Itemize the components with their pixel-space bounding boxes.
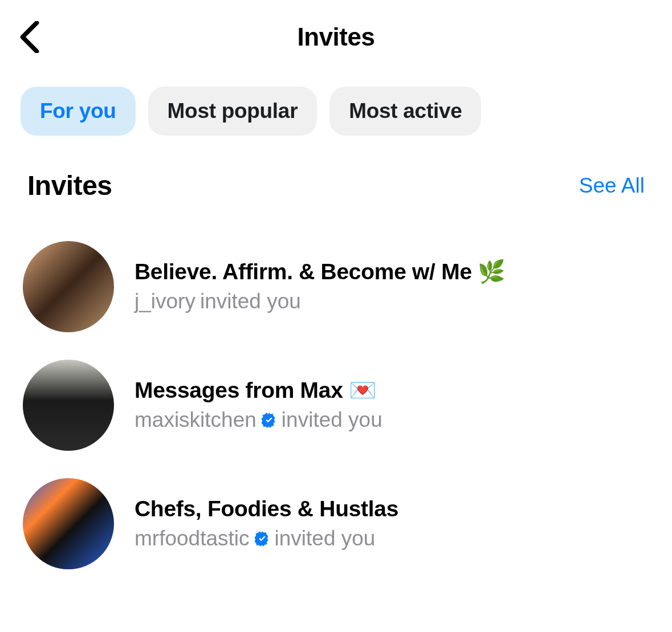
section-title: Invites (27, 170, 112, 201)
back-button[interactable] (13, 20, 47, 54)
inviter-username: mrfoodtastic (135, 525, 250, 552)
section-header: Invites See All (0, 136, 672, 201)
page-title: Invites (298, 23, 375, 51)
tab-most-popular[interactable]: Most popular (148, 87, 317, 136)
list-item[interactable]: Believe. Affirm. & Become w/ Me 🌿 j_ivor… (23, 241, 645, 332)
invite-title: Messages from Max 💌 (135, 377, 645, 405)
list-item[interactable]: Chefs, Foodies & Hustlas mrfoodtastic in… (23, 478, 645, 569)
see-all-link[interactable]: See All (579, 174, 645, 198)
invite-subtitle: j_ivory invited you (135, 288, 645, 315)
invite-title: Chefs, Foodies & Hustlas (135, 495, 645, 523)
invite-suffix: invited you (200, 288, 301, 315)
invite-title: Believe. Affirm. & Become w/ Me 🌿 (135, 258, 645, 286)
chevron-left-icon (19, 21, 40, 53)
item-content: Believe. Affirm. & Become w/ Me 🌿 j_ivor… (135, 258, 645, 316)
invites-list: Believe. Affirm. & Become w/ Me 🌿 j_ivor… (0, 201, 672, 569)
tab-for-you[interactable]: For you (21, 87, 136, 136)
avatar (23, 360, 114, 451)
item-content: Messages from Max 💌 maxiskitchen invited… (135, 377, 645, 434)
tab-most-active[interactable]: Most active (329, 87, 481, 136)
tabs-container: For you Most popular Most active (0, 74, 672, 136)
inviter-username: j_ivory (135, 288, 196, 315)
item-content: Chefs, Foodies & Hustlas mrfoodtastic in… (135, 495, 645, 553)
invite-suffix: invited you (275, 525, 376, 552)
invite-subtitle: maxiskitchen invited you (135, 406, 645, 434)
list-item[interactable]: Messages from Max 💌 maxiskitchen invited… (23, 360, 645, 451)
verified-icon (254, 531, 270, 547)
inviter-username: maxiskitchen (135, 406, 256, 434)
invite-subtitle: mrfoodtastic invited you (135, 525, 645, 552)
invite-suffix: invited you (282, 406, 382, 434)
header: Invites (0, 0, 672, 74)
avatar (23, 478, 114, 569)
verified-icon (261, 412, 277, 428)
avatar (23, 241, 114, 332)
